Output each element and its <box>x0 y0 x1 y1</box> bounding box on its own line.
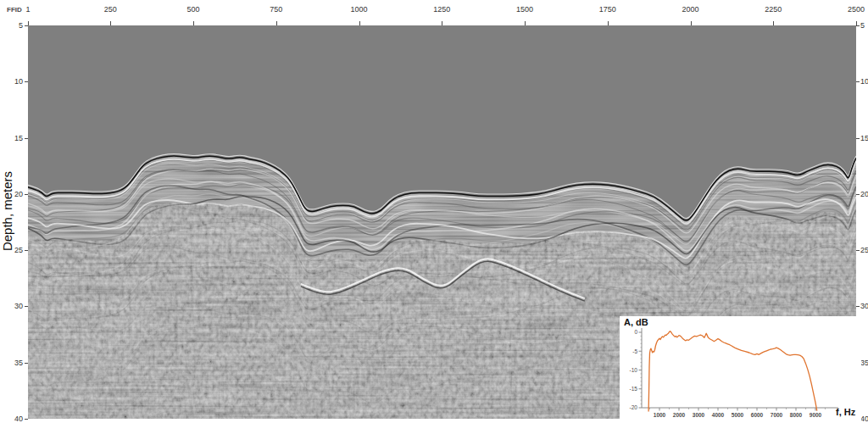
inset-y-tick-label: 0 <box>634 329 637 335</box>
depth-tick-label: 5 <box>0 21 23 30</box>
depth-tick-label: 10 <box>860 77 868 86</box>
depth-tick <box>856 25 860 26</box>
inset-x-tick-label: 7000 <box>771 412 783 418</box>
depth-tick <box>856 250 860 251</box>
depth-tick <box>856 306 860 307</box>
depth-tick-label: 15 <box>860 134 868 142</box>
ffid-tick-label: 1500 <box>516 5 533 14</box>
inset-svg: 0-5-10-15-201000200030004000500060007000… <box>620 316 861 420</box>
depth-tick-label: 40 <box>0 415 23 423</box>
depth-tick-label: 30 <box>860 302 868 310</box>
depth-tick-label: 10 <box>0 77 23 86</box>
depth-tick-label: 25 <box>0 246 23 254</box>
ffid-tick-label: 500 <box>187 5 200 14</box>
depth-tick-label: 30 <box>0 302 23 310</box>
depth-tick-label: 25 <box>860 246 868 254</box>
ffid-tick-label: 1750 <box>599 5 616 14</box>
depth-tick-label: 35 <box>0 359 23 367</box>
depth-tick-label: 20 <box>860 190 868 198</box>
inset-x-tick-label: 2000 <box>673 412 686 418</box>
inset-x-tick-label: 6000 <box>751 412 764 418</box>
ffid-tick-label: 250 <box>104 5 117 14</box>
inset-x-tick-label: 1000 <box>654 412 666 418</box>
depth-tick <box>856 81 860 82</box>
depth-tick <box>25 419 28 420</box>
depth-tick-label: 15 <box>0 134 23 142</box>
depth-tick-label: 20 <box>0 190 23 198</box>
inset-x-tick-label: 9000 <box>810 412 822 418</box>
inset-x-tick-label: 5000 <box>732 412 744 418</box>
spectrum-inset: 0-5-10-15-201000200030004000500060007000… <box>620 316 861 420</box>
depth-tick <box>856 138 860 139</box>
inset-x-tick-label: 4000 <box>712 412 725 418</box>
inset-y-tick-label: -15 <box>630 386 638 392</box>
inset-y-tick-label: -20 <box>630 404 638 410</box>
ffid-tick-label: 750 <box>270 5 282 14</box>
ffid-tick-label: 2000 <box>682 5 699 14</box>
inset-y-tick-label: -5 <box>632 348 637 354</box>
inset-y-tick-label: -10 <box>630 367 638 373</box>
inset-amplitude-label: A, dB <box>624 317 648 327</box>
depth-tick-label: 35 <box>860 359 868 367</box>
depth-axis-label: Depth, meters <box>0 164 14 258</box>
depth-tick-label: 40 <box>860 415 868 423</box>
depth-tick <box>856 194 860 195</box>
ffid-tick-label: 1 <box>25 5 30 14</box>
ffid-tick-label: 2500 <box>848 5 865 14</box>
ffid-tick-label: 1250 <box>433 5 450 14</box>
page-root: FFID 12505007501000125015001750200022502… <box>0 0 868 423</box>
ffid-axis-label: FFID <box>7 6 22 14</box>
inset-x-tick-label: 3000 <box>693 412 705 418</box>
ffid-tick-label: 2250 <box>765 5 782 14</box>
ffid-tick-label: 1000 <box>351 5 368 14</box>
inset-frequency-label: f, Hz <box>836 407 855 417</box>
depth-tick-label: 5 <box>860 21 865 30</box>
inset-background <box>620 316 861 420</box>
inset-x-tick-label: 8000 <box>790 412 803 418</box>
